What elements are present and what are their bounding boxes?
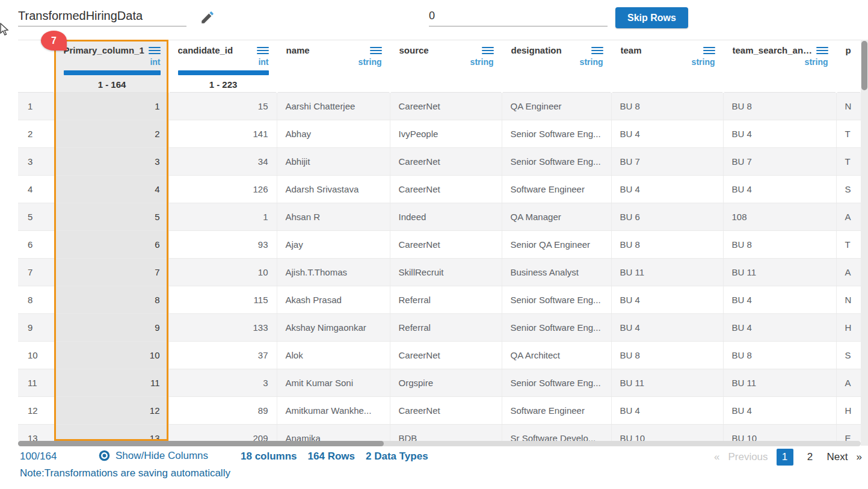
- cell[interactable]: 15: [168, 93, 277, 120]
- cell[interactable]: 7: [54, 259, 168, 286]
- cell[interactable]: CareerNet: [390, 176, 502, 203]
- vertical-scrollbar-thumb[interactable]: [861, 41, 867, 90]
- cell[interactable]: BU 8: [611, 342, 723, 369]
- cell[interactable]: 8: [54, 286, 168, 314]
- cell[interactable]: BU 10: [723, 425, 836, 441]
- column-header-team[interactable]: teamstring: [611, 40, 723, 93]
- cell[interactable]: BU 7: [723, 148, 836, 176]
- cell[interactable]: S: [836, 342, 861, 369]
- cell[interactable]: 1: [168, 203, 277, 231]
- cell[interactable]: BU 4: [611, 176, 723, 203]
- cell[interactable]: 126: [168, 176, 277, 203]
- column-menu-icon[interactable]: [370, 45, 382, 56]
- cell[interactable]: BU 8: [611, 93, 723, 120]
- cell[interactable]: 133: [168, 314, 277, 342]
- cell[interactable]: BU 4: [723, 286, 836, 314]
- cell[interactable]: BU 8: [723, 231, 836, 259]
- cell[interactable]: 115: [168, 286, 277, 314]
- cell[interactable]: 10: [168, 259, 277, 286]
- cell[interactable]: Software Engineer: [502, 176, 611, 203]
- dataset-name-input[interactable]: [18, 6, 186, 26]
- cell[interactable]: BU 4: [611, 286, 723, 314]
- cell[interactable]: 9: [54, 314, 168, 342]
- cell[interactable]: 13: [54, 425, 168, 441]
- cell[interactable]: BU 6: [611, 203, 723, 231]
- cell[interactable]: CareerNet: [390, 397, 502, 425]
- cell[interactable]: SkillRecruit: [390, 259, 502, 286]
- cell[interactable]: QA Engineer: [502, 93, 611, 120]
- cell[interactable]: BU 7: [611, 148, 723, 176]
- column-header-source[interactable]: sourcestring: [390, 40, 502, 93]
- cell[interactable]: A: [836, 369, 861, 397]
- cell[interactable]: E: [836, 425, 861, 441]
- column-menu-icon[interactable]: [257, 45, 269, 56]
- skip-rows-button[interactable]: Skip Rows: [615, 7, 688, 28]
- column-menu-icon[interactable]: [591, 45, 603, 56]
- column-menu-icon[interactable]: [482, 45, 494, 56]
- page-button-1[interactable]: 1: [777, 449, 793, 466]
- column-menu-icon[interactable]: [816, 45, 828, 56]
- cell[interactable]: S: [836, 176, 861, 203]
- cell[interactable]: 10: [54, 342, 168, 369]
- cell[interactable]: BU 4: [723, 176, 836, 203]
- cell[interactable]: BU 8: [611, 231, 723, 259]
- cell[interactable]: Senior Software Eng...: [502, 314, 611, 342]
- cell[interactable]: CareerNet: [390, 342, 502, 369]
- cell[interactable]: Business Analyst: [502, 259, 611, 286]
- cell[interactable]: Ajay: [277, 231, 390, 259]
- cell[interactable]: BU 10: [611, 425, 723, 441]
- column-header-primary-column-1[interactable]: Primary_column_1int1 - 164: [54, 40, 168, 93]
- cell[interactable]: 1: [54, 93, 168, 120]
- cell[interactable]: H: [836, 314, 861, 342]
- column-menu-icon[interactable]: [149, 45, 161, 56]
- cell[interactable]: BDB: [390, 425, 502, 441]
- cell[interactable]: 209: [168, 425, 277, 441]
- cell[interactable]: BU 4: [611, 314, 723, 342]
- cell[interactable]: 5: [54, 203, 168, 231]
- cell[interactable]: 3: [54, 148, 168, 176]
- cell[interactable]: BU 11: [723, 259, 836, 286]
- cell[interactable]: 89: [168, 397, 277, 425]
- column-header-team-search-and-r-[interactable]: team_search_and_r...string: [723, 40, 836, 93]
- cell[interactable]: Orgspire: [390, 369, 502, 397]
- cell[interactable]: 11: [54, 369, 168, 397]
- column-header-designation[interactable]: designationstring: [502, 40, 611, 93]
- cell[interactable]: Adarsh Srivastava: [277, 176, 390, 203]
- cell[interactable]: 34: [168, 148, 277, 176]
- cell[interactable]: BU 8: [723, 93, 836, 120]
- cell[interactable]: H: [836, 397, 861, 425]
- cell[interactable]: T: [836, 120, 861, 148]
- cell[interactable]: 2: [54, 120, 168, 148]
- cell[interactable]: Amit Kumar Soni: [277, 369, 390, 397]
- next-arrow-icon[interactable]: »: [857, 451, 862, 463]
- cell[interactable]: Senior QA Engineer: [502, 231, 611, 259]
- cell[interactable]: 12: [54, 397, 168, 425]
- cell[interactable]: Sr Software Develo...: [502, 425, 611, 441]
- page-button-2[interactable]: 2: [802, 449, 819, 466]
- cell[interactable]: Senior Software Eng...: [502, 120, 611, 148]
- cell[interactable]: Abhay: [277, 120, 390, 148]
- cell[interactable]: BU 11: [611, 369, 723, 397]
- cell[interactable]: BU 11: [611, 259, 723, 286]
- cell[interactable]: Referral: [390, 314, 502, 342]
- edit-pencil-icon[interactable]: [200, 10, 215, 25]
- cell[interactable]: Indeed: [390, 203, 502, 231]
- cell[interactable]: 37: [168, 342, 277, 369]
- cell[interactable]: Ahsan R: [277, 203, 390, 231]
- cell[interactable]: 141: [168, 120, 277, 148]
- cell[interactable]: BU 4: [611, 120, 723, 148]
- cell[interactable]: Alok: [277, 342, 390, 369]
- cell[interactable]: BU 4: [611, 397, 723, 425]
- column-header-candidate-id[interactable]: candidate_idint1 - 223: [168, 40, 277, 93]
- cell[interactable]: Referral: [390, 286, 502, 314]
- cell[interactable]: Abhijit: [277, 148, 390, 176]
- column-menu-icon[interactable]: [703, 45, 715, 56]
- cell[interactable]: CareerNet: [390, 148, 502, 176]
- cell[interactable]: CareerNet: [390, 231, 502, 259]
- cell[interactable]: Aarshi Chatterjee: [277, 93, 390, 120]
- cell[interactable]: N: [836, 286, 861, 314]
- column-header-p[interactable]: p: [836, 40, 861, 93]
- cell[interactable]: Senior Software Eng...: [502, 286, 611, 314]
- cell[interactable]: Anamika: [277, 425, 390, 441]
- cell[interactable]: Akash Prasad: [277, 286, 390, 314]
